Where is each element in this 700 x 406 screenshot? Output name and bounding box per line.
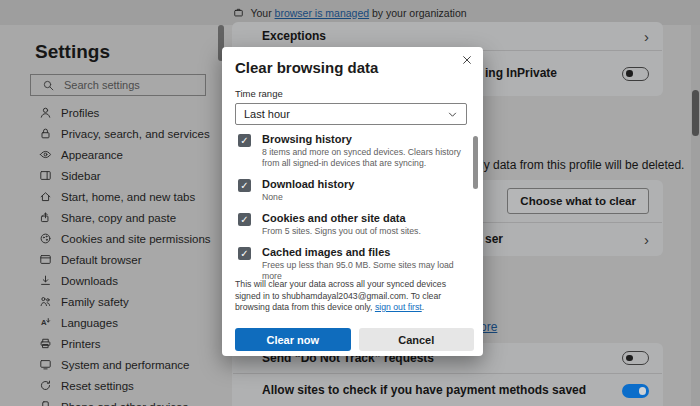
payment-methods-label: Allow sites to check if you have payment… bbox=[262, 383, 586, 397]
chevron-right-icon: › bbox=[644, 232, 649, 247]
do-not-track-toggle[interactable] bbox=[622, 351, 649, 365]
sidebar-item-label: Printers bbox=[61, 338, 101, 350]
sidebar-nav: Profiles Privacy, search, and services A… bbox=[0, 102, 218, 406]
window-scrollbar-thumb[interactable] bbox=[692, 90, 699, 136]
time-range-select[interactable]: Last hour bbox=[235, 103, 467, 125]
inprivate-label-fragment: ing InPrivate bbox=[485, 66, 557, 80]
page-title: Settings bbox=[35, 41, 110, 63]
sidebar-item[interactable]: Default browser bbox=[0, 249, 218, 270]
sidebar-item[interactable]: Downloads bbox=[0, 270, 218, 291]
sidebar-item-icon bbox=[39, 274, 53, 287]
sidebar-item[interactable]: A Languages bbox=[0, 312, 218, 333]
managed-banner-prefix: Your bbox=[250, 7, 271, 19]
option-label: Cookies and other site data bbox=[262, 212, 465, 225]
sidebar-item[interactable]: Family safety bbox=[0, 291, 218, 312]
clear-data-options-list: ✓ Browsing history 8 items and more on s… bbox=[235, 133, 465, 291]
footer-period: . bbox=[422, 302, 424, 312]
window-scrollbar-track[interactable] bbox=[691, 25, 700, 406]
sign-out-first-link[interactable]: sign out first bbox=[375, 302, 422, 312]
sidebar-item-label: Languages bbox=[61, 317, 118, 329]
payment-methods-toggle[interactable] bbox=[622, 384, 649, 398]
sidebar-item-icon bbox=[39, 358, 53, 371]
clear-browsing-data-dialog: Clear browsing data Time range Last hour… bbox=[222, 47, 483, 356]
managed-banner-text: Your browser is managed by your organiza… bbox=[250, 7, 466, 19]
sidebar-item-icon bbox=[39, 400, 53, 406]
sidebar-item[interactable]: System and performance bbox=[0, 354, 218, 375]
payment-methods-row: Allow sites to check if you have payment… bbox=[232, 374, 663, 406]
sidebar-item[interactable]: Profiles bbox=[0, 102, 218, 123]
inprivate-toggle[interactable] bbox=[622, 67, 649, 81]
checkbox-checked[interactable]: ✓ bbox=[238, 179, 251, 192]
option-label: Browsing history bbox=[262, 133, 465, 146]
sidebar-item[interactable]: Cookies and site permissions bbox=[0, 228, 218, 249]
sidebar-item-icon: A bbox=[39, 316, 53, 329]
sidebar-item[interactable]: Share, copy and paste bbox=[0, 207, 218, 228]
cancel-button[interactable]: Cancel bbox=[359, 328, 475, 351]
sidebar-item[interactable]: Appearance bbox=[0, 144, 218, 165]
sidebar-item-label: Appearance bbox=[61, 149, 123, 161]
sidebar-item-label: Reset settings bbox=[61, 380, 134, 392]
sidebar-item[interactable]: Phone and other devices bbox=[0, 396, 218, 406]
checkbox-checked[interactable]: ✓ bbox=[238, 213, 251, 226]
sidebar-item-label: Share, copy and paste bbox=[61, 212, 176, 224]
sidebar-item-icon bbox=[39, 169, 53, 182]
option-label: Cached images and files bbox=[262, 246, 465, 259]
sidebar-item-label: Default browser bbox=[61, 254, 142, 266]
svg-text:A: A bbox=[41, 318, 47, 327]
sidebar-item-label: Profiles bbox=[61, 107, 99, 119]
sidebar-item-icon bbox=[39, 253, 53, 266]
managed-banner-link[interactable]: browser is managed bbox=[275, 7, 370, 19]
clear-data-option: ✓ Browsing history 8 items and more on s… bbox=[235, 133, 465, 169]
sidebar-item-label: Downloads bbox=[61, 275, 118, 287]
chevron-down-icon bbox=[447, 109, 458, 120]
settings-sidebar: Settings Search settings Profiles Privac… bbox=[0, 25, 218, 406]
sidebar-item-icon bbox=[39, 379, 53, 392]
profile-delete-text-fragment: ly data from this profile will be delete… bbox=[481, 158, 684, 172]
dialog-footer-note: This will clear your data across all you… bbox=[235, 279, 469, 314]
managed-banner-suffix: by your organization bbox=[372, 7, 467, 19]
clear-data-option: ✓ Download history None bbox=[235, 178, 465, 203]
sidebar-item-icon bbox=[39, 295, 53, 308]
sidebar-item[interactable]: Printers bbox=[0, 333, 218, 354]
checkbox-checked[interactable]: ✓ bbox=[238, 247, 251, 260]
edge-settings-window: Your browser is managed by your organiza… bbox=[0, 0, 700, 406]
sidebar-item-icon bbox=[39, 148, 53, 161]
sidebar-item[interactable]: Reset settings bbox=[0, 375, 218, 396]
sidebar-item-label: Cookies and site permissions bbox=[61, 233, 211, 245]
option-description: 8 items and more on synced devices. Clea… bbox=[262, 147, 465, 169]
toggle-knob bbox=[626, 70, 633, 77]
sidebar-item-icon bbox=[39, 232, 53, 245]
close-icon[interactable] bbox=[461, 54, 473, 66]
search-placeholder: Search settings bbox=[64, 79, 140, 91]
briefcase-icon bbox=[233, 7, 244, 18]
sidebar-item-label: Phone and other devices bbox=[61, 401, 188, 406]
dialog-buttons: Clear now Cancel bbox=[235, 328, 474, 351]
dialog-title: Clear browsing data bbox=[235, 59, 378, 76]
search-icon bbox=[42, 79, 55, 92]
sidebar-item-label: Family safety bbox=[61, 296, 129, 308]
toggle-knob bbox=[626, 355, 633, 362]
sidebar-item[interactable]: Start, home, and new tabs bbox=[0, 186, 218, 207]
exceptions-row[interactable]: Exceptions › bbox=[232, 22, 663, 50]
clear-now-button[interactable]: Clear now bbox=[235, 328, 351, 351]
sidebar-item-icon bbox=[39, 106, 53, 119]
choose-what-to-clear-button[interactable]: Choose what to clear bbox=[507, 188, 649, 214]
clear-data-option: ✓ Cookies and other site data From 5 sit… bbox=[235, 212, 465, 237]
sidebar-item[interactable]: Privacy, search, and services bbox=[0, 123, 218, 144]
sidebar-item-label: Sidebar bbox=[61, 170, 101, 182]
toggle-knob bbox=[639, 387, 647, 395]
search-settings-input[interactable]: Search settings bbox=[30, 74, 206, 96]
time-range-label: Time range bbox=[235, 88, 283, 99]
option-description: None bbox=[262, 192, 465, 203]
clear-data-option: ✓ Cached images and files Frees up less … bbox=[235, 246, 465, 282]
dialog-scrollbar-thumb[interactable] bbox=[473, 136, 478, 189]
sidebar-item[interactable]: Sidebar bbox=[0, 165, 218, 186]
sidebar-item-icon bbox=[39, 211, 53, 224]
chevron-right-icon: › bbox=[644, 29, 649, 44]
sidebar-item-label: Privacy, search, and services bbox=[61, 128, 210, 140]
sidebar-item-icon bbox=[39, 190, 53, 203]
sidebar-item-icon bbox=[39, 127, 53, 140]
time-range-value: Last hour bbox=[244, 108, 290, 120]
checkbox-checked[interactable]: ✓ bbox=[238, 134, 251, 147]
option-description: From 5 sites. Signs you out of most site… bbox=[262, 226, 465, 237]
